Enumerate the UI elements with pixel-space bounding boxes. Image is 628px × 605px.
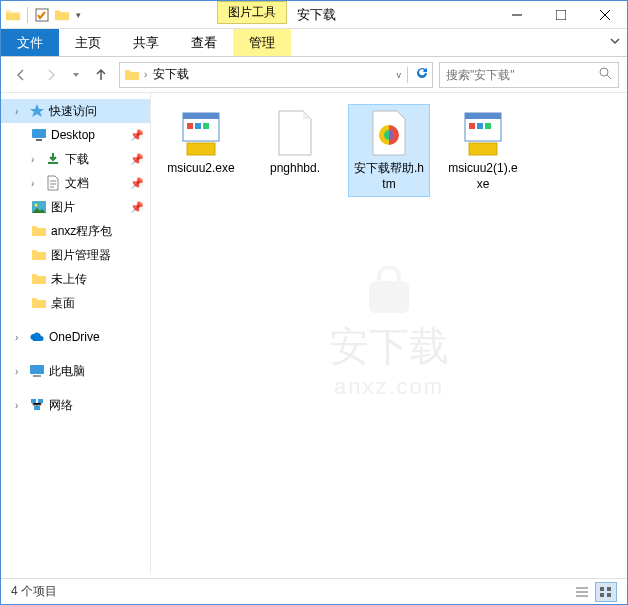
window-title: 安下载 bbox=[297, 6, 336, 24]
address-input[interactable]: › 安下载 v bbox=[119, 62, 433, 88]
sidebar-item-downloads[interactable]: › 下载 📌 bbox=[1, 147, 150, 171]
sidebar-item-documents[interactable]: › 文档 📌 bbox=[1, 171, 150, 195]
folder-icon[interactable] bbox=[54, 7, 70, 23]
sidebar-item-label: 图片 bbox=[51, 199, 75, 216]
chevron-right-icon: › bbox=[31, 154, 41, 165]
tab-share[interactable]: 共享 bbox=[117, 29, 175, 56]
watermark-sub: anxz.com bbox=[329, 374, 449, 400]
folder-icon bbox=[31, 247, 47, 263]
svg-rect-8 bbox=[36, 139, 42, 141]
tab-home[interactable]: 主页 bbox=[59, 29, 117, 56]
file-item[interactable]: msicuu2(1).exe bbox=[443, 105, 523, 196]
exe-icon bbox=[177, 109, 225, 157]
minimize-button[interactable] bbox=[495, 1, 539, 29]
tab-manage[interactable]: 管理 bbox=[233, 29, 291, 56]
close-button[interactable] bbox=[583, 1, 627, 29]
nav-forward-button[interactable] bbox=[39, 63, 63, 87]
svg-rect-25 bbox=[465, 113, 501, 119]
file-item[interactable]: pnghhbd. bbox=[255, 105, 335, 196]
icons-view-button[interactable] bbox=[595, 582, 617, 602]
sidebar-network[interactable]: › 网络 bbox=[1, 393, 150, 417]
folder-icon bbox=[31, 295, 47, 311]
view-mode-buttons bbox=[571, 582, 617, 602]
svg-rect-28 bbox=[485, 123, 491, 129]
sidebar-item-label: Desktop bbox=[51, 128, 95, 142]
ribbon: 文件 主页 共享 查看 管理 bbox=[1, 29, 627, 57]
refresh-icon[interactable] bbox=[414, 66, 428, 83]
sidebar-item-desktop[interactable]: Desktop 📌 bbox=[1, 123, 150, 147]
checkbox-checked-icon[interactable] bbox=[34, 7, 50, 23]
nav-back-button[interactable] bbox=[9, 63, 33, 87]
download-icon bbox=[45, 151, 61, 167]
sidebar-quick-access[interactable]: › 快速访问 bbox=[1, 99, 150, 123]
sidebar-onedrive[interactable]: › OneDrive bbox=[1, 325, 150, 349]
svg-rect-7 bbox=[32, 129, 46, 138]
chevron-right-icon: › bbox=[15, 366, 25, 377]
htm-icon bbox=[365, 109, 413, 157]
sidebar-item-notuploaded[interactable]: 未上传 bbox=[1, 267, 150, 291]
watermark-text: 安下载 bbox=[329, 319, 449, 374]
svg-rect-29 bbox=[469, 143, 497, 155]
folder-icon bbox=[31, 271, 47, 287]
status-text: 4 个项目 bbox=[11, 583, 57, 600]
sidebar-item-desktop2[interactable]: 桌面 bbox=[1, 291, 150, 315]
document-icon bbox=[45, 175, 61, 191]
sidebar-item-label: 未上传 bbox=[51, 271, 87, 288]
breadcrumb-separator-icon[interactable]: › bbox=[144, 69, 147, 80]
svg-rect-34 bbox=[607, 593, 611, 597]
svg-rect-12 bbox=[33, 375, 41, 377]
details-view-button[interactable] bbox=[571, 582, 593, 602]
sidebar-item-pictures[interactable]: 图片 📌 bbox=[1, 195, 150, 219]
sidebar-this-pc[interactable]: › 此电脑 bbox=[1, 359, 150, 383]
exe-icon bbox=[459, 109, 507, 157]
navigation-pane: › 快速访问 Desktop 📌 › 下载 📌 › 文档 📌 图片 📌 bbox=[1, 93, 151, 573]
status-bar: 4 个项目 bbox=[1, 578, 627, 604]
tab-view[interactable]: 查看 bbox=[175, 29, 233, 56]
watermark: 安下载 anxz.com bbox=[329, 266, 449, 400]
search-box[interactable] bbox=[439, 62, 619, 88]
folder-icon bbox=[5, 7, 21, 23]
sidebar-item-picmanager[interactable]: 图片管理器 bbox=[1, 243, 150, 267]
sidebar-item-label: OneDrive bbox=[49, 330, 100, 344]
ribbon-expand-icon[interactable] bbox=[609, 35, 621, 50]
sidebar-item-anxz[interactable]: anxz程序包 bbox=[1, 219, 150, 243]
cloud-icon bbox=[29, 329, 45, 345]
pin-icon: 📌 bbox=[130, 129, 144, 142]
file-item[interactable]: msicuu2.exe bbox=[161, 105, 241, 196]
breadcrumb-item[interactable]: 安下载 bbox=[151, 66, 191, 83]
svg-rect-30 bbox=[369, 281, 409, 313]
address-dropdown-icon[interactable]: v bbox=[397, 70, 402, 80]
maximize-button[interactable] bbox=[539, 1, 583, 29]
svg-rect-27 bbox=[477, 123, 483, 129]
blank-file-icon bbox=[271, 109, 319, 157]
file-item[interactable]: 安下载帮助.htm bbox=[349, 105, 429, 196]
network-icon bbox=[29, 397, 45, 413]
chevron-right-icon: › bbox=[15, 106, 25, 117]
chevron-right-icon: › bbox=[31, 178, 41, 189]
chevron-right-icon: › bbox=[15, 332, 25, 343]
svg-rect-31 bbox=[600, 587, 604, 591]
svg-rect-17 bbox=[183, 113, 219, 119]
nav-recent-dropdown[interactable] bbox=[69, 63, 83, 87]
sidebar-item-label: 下载 bbox=[65, 151, 89, 168]
svg-rect-21 bbox=[187, 143, 215, 155]
svg-rect-2 bbox=[556, 10, 566, 20]
nav-up-button[interactable] bbox=[89, 63, 113, 87]
desktop-icon bbox=[31, 127, 47, 143]
separator bbox=[407, 67, 408, 83]
svg-rect-11 bbox=[30, 365, 44, 374]
search-icon[interactable] bbox=[598, 66, 612, 83]
qat-dropdown-icon[interactable]: ▾ bbox=[76, 10, 81, 20]
svg-rect-13 bbox=[31, 399, 36, 403]
search-input[interactable] bbox=[446, 68, 598, 82]
sidebar-item-label: 桌面 bbox=[51, 295, 75, 312]
file-pane[interactable]: msicuu2.exe pnghhbd. 安下载帮助.htm msicuu2(1… bbox=[151, 93, 627, 573]
tab-file[interactable]: 文件 bbox=[1, 29, 59, 56]
svg-point-5 bbox=[600, 68, 608, 76]
quick-access-toolbar: ▾ bbox=[1, 7, 85, 23]
folder-icon bbox=[31, 223, 47, 239]
svg-rect-33 bbox=[600, 593, 604, 597]
pictures-icon bbox=[31, 199, 47, 215]
svg-rect-26 bbox=[469, 123, 475, 129]
file-label: 安下载帮助.htm bbox=[353, 161, 425, 192]
